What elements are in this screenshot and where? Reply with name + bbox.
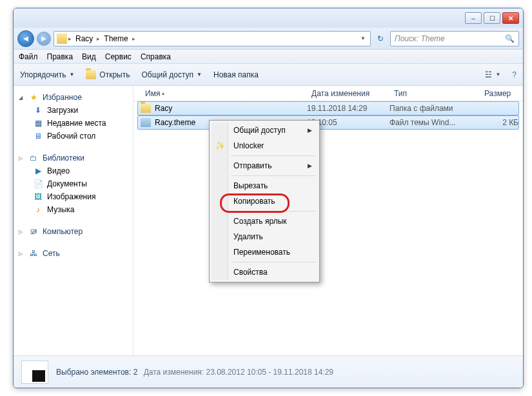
network-icon: 🖧 — [28, 248, 39, 259]
address-dropdown[interactable]: ▼ — [359, 35, 368, 41]
picture-icon: 🖼 — [33, 192, 43, 202]
help-button[interactable]: ? — [512, 70, 517, 79]
ctx-separator — [231, 155, 316, 156]
chevron-right-icon: ▷ — [19, 229, 25, 235]
sidebar-libraries[interactable]: ▷ 🗀 Библиотеки — [16, 152, 130, 164]
statusbar: Выбрано элементов: 2 Дата изменения: 23.… — [14, 355, 523, 388]
file-list: Имя Дата изменения Тип Размер Racy 19.11… — [133, 86, 523, 355]
sidebar-desktop[interactable]: 🖥Рабочий стол — [16, 130, 130, 143]
status-main: Выбрано элементов: 2 Дата изменения: 23.… — [56, 368, 333, 377]
chevron-right-icon: ▷ — [19, 251, 25, 257]
breadcrumb-item[interactable]: Racy — [73, 33, 95, 45]
music-icon: ♪ — [33, 204, 43, 215]
ctx-share[interactable]: Общий доступ▶ — [212, 123, 317, 138]
col-date[interactable]: Дата изменения — [306, 89, 389, 98]
ctx-unlocker[interactable]: ✨Unlocker — [212, 138, 317, 153]
recent-icon: ▦ — [33, 118, 43, 128]
menu-file[interactable]: Файл — [19, 52, 38, 61]
libraries-icon: 🗀 — [28, 153, 39, 163]
menubar: Файл Правка Вид Сервис Справка — [14, 50, 523, 64]
new-folder-button[interactable]: Новая папка — [213, 70, 259, 79]
address-bar[interactable]: ▸ Racy ▸ Theme ▸ ▼ — [54, 31, 371, 46]
computer-icon: 🖳 — [28, 226, 39, 237]
breadcrumb-item[interactable]: Theme — [101, 33, 130, 45]
selection-preview-icon — [21, 361, 48, 384]
open-folder-icon — [86, 70, 96, 79]
file-row[interactable]: Racy 19.11.2018 14:29 Папка с файлами — [137, 101, 519, 115]
view-options-button[interactable]: ☳▼ — [485, 70, 500, 79]
sidebar-videos[interactable]: ▶Видео — [16, 164, 130, 177]
col-type[interactable]: Тип — [389, 89, 479, 98]
organize-button[interactable]: Упорядочить▼ — [20, 70, 74, 79]
chevron-right-icon[interactable]: ▸ — [132, 35, 135, 42]
ctx-rename[interactable]: Переименовать — [212, 244, 317, 260]
submenu-arrow-icon: ▶ — [308, 127, 312, 134]
star-icon: ★ — [28, 92, 39, 103]
chevron-down-icon: ◢ — [19, 95, 25, 101]
context-menu: Общий доступ▶ ✨Unlocker Отправить▶ Вырез… — [209, 120, 320, 282]
navbar: ◄ ► ▸ Racy ▸ Theme ▸ ▼ ↻ Поиск: Theme 🔍 — [14, 28, 523, 50]
sidebar-downloads[interactable]: ⬇Загрузки — [16, 104, 130, 117]
chevron-right-icon: ▷ — [19, 155, 25, 161]
sidebar-computer[interactable]: ▷ 🖳 Компьютер — [16, 225, 130, 238]
menu-edit[interactable]: Правка — [47, 52, 74, 61]
menu-tools[interactable]: Сервис — [105, 52, 132, 61]
sidebar-music[interactable]: ♪Музыка — [16, 203, 130, 216]
menu-view[interactable]: Вид — [82, 52, 96, 61]
ctx-delete[interactable]: Удалить — [212, 229, 317, 244]
ctx-separator — [231, 211, 316, 212]
ctx-separator — [231, 262, 316, 262]
minimize-button[interactable]: – — [465, 12, 482, 24]
file-row[interactable]: Racy.theme 12 10:05 Файл темы Wind... 2 … — [137, 115, 519, 130]
document-icon: 📄 — [33, 179, 43, 189]
ctx-properties[interactable]: Свойства — [212, 264, 317, 280]
ctx-copy[interactable]: Копировать — [212, 193, 317, 209]
theme-file-icon — [141, 118, 151, 127]
close-button[interactable]: ✕ — [502, 12, 519, 24]
nav-forward-button[interactable]: ► — [37, 32, 51, 46]
column-headers: Имя Дата изменения Тип Размер — [133, 86, 523, 101]
nav-back-button[interactable]: ◄ — [17, 30, 34, 47]
chevron-right-icon[interactable]: ▸ — [68, 35, 72, 42]
video-icon: ▶ — [33, 166, 43, 176]
folder-icon — [57, 34, 67, 44]
search-icon[interactable]: 🔍 — [505, 34, 515, 43]
chevron-right-icon[interactable]: ▸ — [97, 35, 100, 42]
sidebar-pictures[interactable]: 🖼Изображения — [16, 190, 130, 203]
sidebar-recent[interactable]: ▦Недавние места — [16, 117, 130, 130]
refresh-button[interactable]: ↻ — [373, 32, 388, 46]
desktop-icon: 🖥 — [33, 131, 43, 141]
ctx-cut[interactable]: Вырезать — [212, 178, 317, 193]
download-icon: ⬇ — [33, 105, 43, 115]
col-name[interactable]: Имя — [140, 89, 306, 98]
toolbar: Упорядочить▼ Открыть Общий доступ▼ Новая… — [14, 64, 523, 86]
sidebar: ◢ ★ Избранное ⬇Загрузки ▦Недавние места … — [14, 86, 133, 355]
submenu-arrow-icon: ▶ — [308, 163, 312, 169]
search-input[interactable]: Поиск: Theme 🔍 — [390, 31, 519, 46]
folder-icon — [141, 104, 151, 113]
titlebar: – ☐ ✕ — [14, 8, 523, 28]
search-placeholder: Поиск: Theme — [395, 34, 445, 43]
sidebar-favorites[interactable]: ◢ ★ Избранное — [16, 91, 130, 104]
ctx-sendto[interactable]: Отправить▶ — [212, 158, 317, 173]
ctx-create-shortcut[interactable]: Создать ярлык — [212, 213, 317, 229]
maximize-button[interactable]: ☐ — [484, 12, 500, 24]
share-button[interactable]: Общий доступ▼ — [141, 70, 202, 79]
sidebar-documents[interactable]: 📄Документы — [16, 177, 130, 190]
wand-icon: ✨ — [215, 141, 225, 151]
ctx-separator — [231, 175, 316, 176]
col-size[interactable]: Размер — [479, 89, 518, 98]
menu-help[interactable]: Справка — [141, 52, 171, 61]
open-button[interactable]: Открыть — [86, 70, 130, 79]
sidebar-network[interactable]: ▷ 🖧 Сеть — [16, 247, 130, 260]
